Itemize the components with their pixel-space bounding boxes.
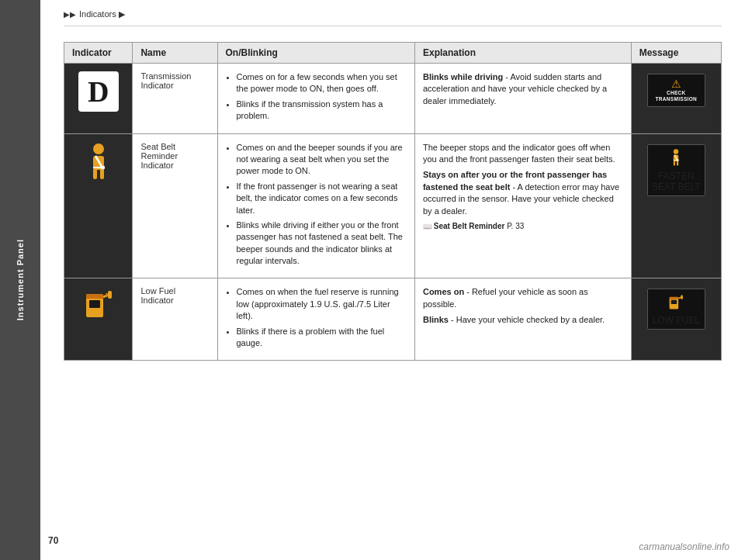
transmission-onblinking-cell: Comes on for a few seconds when you set … xyxy=(217,64,414,134)
list-item: Blinks if the transmission system has a … xyxy=(237,99,407,123)
seatbelt-name-cell: Seat BeltReminderIndicator xyxy=(133,133,217,278)
list-item: 📖 Seat Belt Reminder P. 33 xyxy=(423,221,623,232)
svg-rect-15 xyxy=(86,294,103,299)
list-item: Comes on when the fuel reserve is runnin… xyxy=(237,286,407,322)
transmission-explanation-cell: Blinks while driving - Avoid sudden star… xyxy=(414,64,631,134)
fuel-message-screen: LOW FUEL xyxy=(647,289,705,330)
message-text-line2: TRANSMISSION xyxy=(650,96,702,102)
transmission-message-screen: ⚠ CHECK TRANSMISSION xyxy=(647,74,705,107)
breadcrumb-text: Indicators ▶ xyxy=(79,9,125,19)
col-header-onblinking: On/Blinking xyxy=(217,43,414,64)
svg-rect-2 xyxy=(93,168,97,179)
svg-point-7 xyxy=(674,149,678,154)
list-item: Blinks - Have your vehicle checked by a … xyxy=(423,314,623,326)
seatbelt-msg-svg xyxy=(667,148,684,168)
list-item: Comes on for a few seconds when you set … xyxy=(237,71,407,95)
transmission-icon-cell: D xyxy=(64,64,133,134)
main-content: ▶▶ Indicators ▶ Indicator Name On/Blinki… xyxy=(40,0,745,384)
list-item: If the front passenger is not wearing a … xyxy=(237,181,407,216)
col-header-indicator: Indicator xyxy=(64,43,133,64)
list-item: Blinks while driving if either you or th… xyxy=(237,220,407,268)
svg-rect-21 xyxy=(670,297,679,299)
svg-point-0 xyxy=(93,143,104,154)
page-number: 70 xyxy=(48,535,58,546)
fuel-icon-wrap xyxy=(72,286,124,323)
fuel-svg-icon xyxy=(82,286,115,323)
breadcrumb: ▶▶ Indicators ▶ xyxy=(64,0,722,26)
col-header-name: Name xyxy=(133,43,217,64)
seatbelt-icon-cell xyxy=(64,133,133,278)
fuel-name-cell: Low FuelIndicator xyxy=(133,278,217,361)
message-text-line1: CHECK xyxy=(650,90,702,96)
fuel-msg-icon xyxy=(650,292,702,315)
message-text: FASTEN SEAT BELT xyxy=(650,171,702,192)
svg-rect-19 xyxy=(106,293,108,296)
transmission-message-cell: ⚠ CHECK TRANSMISSION xyxy=(631,64,721,134)
list-item: Blinks if there is a problem with the fu… xyxy=(237,326,407,350)
transmission-name-cell: TransmissionIndicator xyxy=(133,64,217,134)
sidebar: Instrument Panel xyxy=(0,0,40,560)
svg-rect-22 xyxy=(671,300,677,304)
list-item: Comes on - Refuel your vehicle as soon a… xyxy=(423,286,623,310)
svg-rect-16 xyxy=(89,300,100,308)
book-icon: 📖 xyxy=(423,223,431,230)
svg-rect-10 xyxy=(677,161,678,165)
seatbelt-message-cell: FASTEN SEAT BELT xyxy=(631,133,721,278)
seatbelt-icon-wrap xyxy=(72,142,124,185)
table-row: Seat BeltReminderIndicator Comes on and … xyxy=(64,133,722,278)
seatbelt-explanation-cell: The beeper stops and the indicator goes … xyxy=(414,133,631,278)
svg-rect-24 xyxy=(681,296,684,299)
seatbelt-svg-icon xyxy=(80,142,117,185)
seatbelt-message-screen: FASTEN SEAT BELT xyxy=(647,144,705,196)
col-header-message: Message xyxy=(631,43,721,64)
fuel-msg-svg xyxy=(667,292,684,313)
breadcrumb-arrows: ▶▶ xyxy=(64,10,76,19)
sidebar-label: Instrument Panel xyxy=(16,239,25,320)
fuel-icon-cell xyxy=(64,278,133,361)
seatbelt-msg-icon xyxy=(650,148,702,171)
watermark: carmanualsonline.info xyxy=(639,541,729,552)
table-row: D TransmissionIndicator Comes on for a f… xyxy=(64,64,722,134)
svg-rect-3 xyxy=(100,168,104,179)
list-item: The beeper stops and the indicator goes … xyxy=(423,142,623,166)
bold-text: Stays on after you or the front passenge… xyxy=(423,170,607,191)
svg-rect-13 xyxy=(677,159,679,161)
svg-rect-18 xyxy=(108,291,112,299)
svg-rect-6 xyxy=(101,166,105,169)
svg-rect-9 xyxy=(674,161,675,165)
indicators-table: Indicator Name On/Blinking Explanation M… xyxy=(64,42,722,361)
page-container: Instrument Panel ▶▶ Indicators ▶ Indicat… xyxy=(0,0,745,560)
list-item: Stays on after you or the front passenge… xyxy=(423,169,623,217)
col-header-explanation: Explanation xyxy=(414,43,631,64)
message-text: LOW FUEL xyxy=(650,315,702,326)
list-item: Blinks while driving - Avoid sudden star… xyxy=(423,71,623,107)
list-item: Comes on and the beeper sounds if you ar… xyxy=(237,142,407,178)
bold-text: Blinks while driving xyxy=(423,72,503,81)
bold-text: Comes on xyxy=(423,287,464,296)
bold-text: Blinks xyxy=(423,315,449,324)
fuel-onblinking-cell: Comes on when the fuel reserve is runnin… xyxy=(217,278,414,361)
seatbelt-onblinking-cell: Comes on and the beeper sounds if you ar… xyxy=(217,133,414,278)
table-row: Low FuelIndicator Comes on when the fuel… xyxy=(64,278,722,361)
d-indicator: D xyxy=(78,71,119,112)
warning-icon: ⚠ xyxy=(650,78,702,90)
fuel-message-cell: LOW FUEL xyxy=(631,278,721,361)
fuel-explanation-cell: Comes on - Refuel your vehicle as soon a… xyxy=(414,278,631,361)
